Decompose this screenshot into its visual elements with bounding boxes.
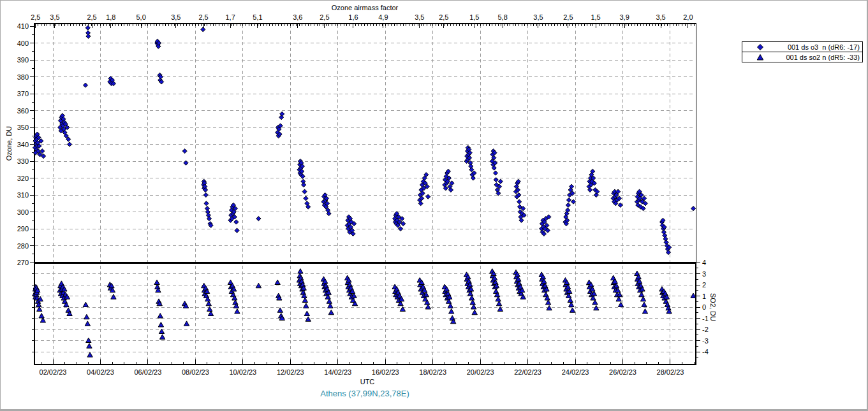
o3-point [691,206,695,211]
so2-point [616,296,621,301]
so2-tick-label: 4 [702,259,706,266]
so2-point [256,283,261,287]
so2-point [328,303,333,308]
airmass-tick-label: 2,5 [439,13,448,21]
o3-point [182,149,187,154]
so2-point [154,280,159,284]
legend-item-so2: 001 ds so2 n (dR5: -33) [742,52,863,62]
o3-point [83,83,87,87]
so2-point [642,309,647,314]
o3-point [302,189,307,194]
so2-point [472,310,477,314]
so2-point [450,315,455,320]
so2-tick-label: -3 [702,337,709,345]
plot-canvas: 2,53,52,51,85,03,52,51,75,13,62,51,64,93… [1,1,868,411]
so2-point [298,269,303,273]
ozone-tick-label: 400 [17,40,29,47]
so2-tick-label: 3 [702,270,706,278]
so2-point [471,305,476,309]
so2-point [158,314,163,318]
so2-point [328,310,334,314]
airmass-tick-label: 3,5 [171,13,180,21]
date-tick-label: 22/02/23 [514,368,541,376]
o3-point [566,198,571,202]
ozone-tick-label: 370 [17,90,29,97]
so2-point [425,305,430,309]
o3-point [203,192,208,197]
so2-tick-label: 0 [702,303,706,311]
so2-point [87,352,92,357]
so2-point [302,298,307,302]
so2-point [569,302,574,306]
so2-point [496,301,501,305]
airmass-tick-label: 1,7 [225,13,235,21]
so2-point [592,300,598,305]
airmass-tick-label: 1,8 [106,13,115,21]
date-tick-label: 20/02/23 [467,368,494,376]
o3-point [398,226,402,231]
airmass-tick-label: 5,8 [497,13,507,21]
legend-label-so2: 001 ds so2 n (dR5: -33) [764,54,862,61]
so2-point [305,317,311,321]
so2-point [85,321,90,326]
so2-tick-label: -2 [702,326,709,333]
so2-point [640,296,645,301]
ozone-tick-label: 410 [17,22,29,30]
so2-point [449,309,454,314]
o3-point [256,217,261,221]
date-tick-label: 08/02/23 [182,368,209,376]
legend-item-o3: 001 ds o3 n (dR6: -17) [742,41,863,52]
ozone-axis-title: Ozone, DU [5,126,13,161]
airmass-tick-label: 2,5 [563,13,573,21]
so2-point [570,308,575,312]
so2-point [84,314,89,319]
o3-point [204,201,209,206]
so2-point [111,294,116,299]
date-tick-label: 04/02/23 [87,368,114,376]
so2-point [470,300,475,305]
ozone-tick-label: 300 [17,208,29,216]
so2-point [159,335,165,339]
so2-point [158,322,163,327]
ozone-tick-label: 280 [17,242,29,250]
so2-point [206,301,211,305]
date-tick-label: 06/02/23 [135,368,162,376]
so2-point [208,311,213,315]
so2-tick-label: 2 [702,281,706,289]
so2-point [545,300,550,305]
date-tick-label: 26/02/23 [609,368,636,376]
airmass-tick-label: 3,9 [619,13,629,21]
so2-point [304,311,309,315]
so2-point [639,292,644,296]
airmass-tick-label: 2,0 [683,13,693,21]
ozone-tick-label: 380 [17,73,29,81]
triangle-marker-icon [756,54,764,61]
airmass-tick-label: 3,5 [656,13,665,21]
so2-point [448,303,453,308]
airmass-tick-label: 2,5 [320,13,329,21]
so2-tick-label: 1 [702,292,706,300]
so2-tick-label: -1 [702,315,709,322]
station-caption: Athens (37,99N,23,78E) [269,389,460,398]
ozone-tick-label: 340 [17,141,29,148]
ozone-tick-label: 360 [17,107,29,115]
so2-point [547,305,552,310]
so2-point [39,314,44,318]
o3-point [85,25,90,30]
so2-point [594,305,599,310]
airmass-tick-label: 3,6 [293,13,302,21]
diamond-marker-icon [756,43,764,51]
chart-window: 2,53,52,51,85,03,52,51,75,13,62,51,64,93… [0,0,868,411]
top-axis-title: Ozone airmass factor [269,4,460,11]
so2-point [83,302,88,306]
so2-point [87,343,92,348]
date-tick-label: 10/02/23 [229,368,256,376]
ozone-tick-label: 310 [17,191,29,199]
so2-point [277,308,283,312]
airmass-tick-label: 1,6 [348,13,358,21]
airmass-tick-label: 3,5 [533,13,543,21]
o3-point [493,171,497,175]
airmass-tick-label: 5,0 [136,13,145,21]
ozone-tick-label: 270 [17,259,29,266]
so2-point [235,309,240,314]
